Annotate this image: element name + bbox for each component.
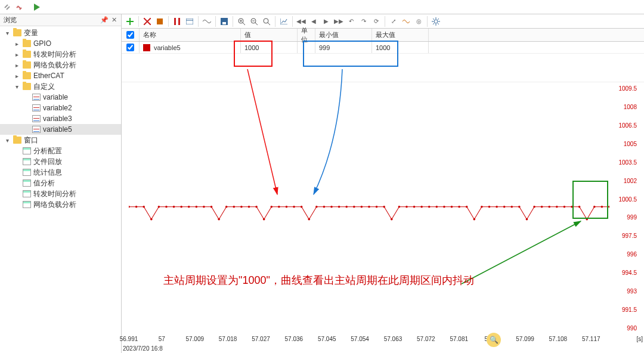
tree-item[interactable]: 网络负载分析 [0, 199, 121, 210]
tree-item[interactable]: ▸EtherCAT [0, 70, 121, 81]
grid-row-check[interactable] [122, 42, 140, 53]
tree-item[interactable]: 转发时间分析 [0, 188, 121, 199]
svg-point-29 [210, 206, 213, 208]
tree-item[interactable]: ▾窗口 [0, 135, 121, 145]
pin-icon[interactable]: 📌 [101, 17, 108, 24]
svg-point-68 [503, 206, 506, 208]
svg-point-64 [473, 218, 476, 221]
expand-toggle[interactable]: ▸ [13, 62, 20, 69]
nav-prev-icon[interactable]: ◀ [308, 16, 320, 27]
tree-item[interactable]: variable [0, 92, 121, 103]
zoom-out-icon[interactable] [248, 16, 260, 27]
svg-point-67 [496, 206, 498, 208]
y-tick: 997.5 [622, 233, 637, 239]
chart-area[interactable]: 1009.510081006.510051003.510021000.59999… [122, 82, 644, 353]
target-icon[interactable]: ◎ [413, 16, 425, 27]
svg-point-71 [526, 218, 528, 221]
expand-toggle[interactable]: ▸ [13, 73, 20, 79]
var-icon [32, 115, 41, 122]
svg-point-75 [556, 206, 558, 208]
link-icon[interactable] [2, 2, 12, 12]
disconnect-icon[interactable] [14, 2, 24, 12]
undo-icon[interactable]: ↶ [345, 16, 357, 27]
tree-item-label: GPIO [33, 39, 51, 48]
tree-item[interactable]: ▸网络负载分析 [0, 60, 121, 70]
redo-icon[interactable]: ↷ [358, 16, 370, 27]
settings-icon[interactable] [430, 16, 442, 27]
save-icon[interactable] [218, 16, 230, 27]
zoom-in-icon[interactable] [236, 16, 247, 27]
nav-tree[interactable]: ▾变量▸GPIO▸转发时间分析▸网络负载分析▸EtherCAT▾自定义varia… [0, 26, 121, 353]
svg-point-78 [578, 206, 581, 208]
y-tick: 1002 [624, 177, 637, 184]
svg-point-48 [353, 206, 355, 208]
zoom-reset-icon[interactable] [261, 16, 273, 27]
svg-point-36 [263, 218, 265, 221]
svg-point-39 [286, 206, 288, 208]
folder-icon [13, 29, 21, 36]
tree-item[interactable]: ▸GPIO [0, 38, 121, 49]
expand-toggle[interactable]: ▾ [13, 83, 20, 90]
tree-item-label: EtherCAT [33, 72, 64, 80]
svg-point-74 [548, 206, 550, 208]
svg-point-61 [451, 206, 453, 208]
grid-header-value[interactable]: 值 [241, 29, 298, 41]
delete-icon[interactable] [141, 16, 153, 27]
expand-toggle[interactable]: ▾ [4, 30, 11, 36]
fit-icon[interactable]: ⤢ [388, 16, 400, 27]
tree-item-label: variable2 [43, 104, 72, 112]
chart-icon[interactable] [278, 16, 290, 27]
window-icon[interactable] [184, 16, 196, 27]
tree-item[interactable]: 统计信息 [0, 167, 121, 178]
pause-icon[interactable] [171, 16, 183, 27]
tree-item[interactable]: 分析配置 [0, 145, 121, 156]
grid-header-max[interactable]: 最大值 [372, 29, 429, 41]
grid-header-name[interactable]: 名称 [140, 29, 241, 41]
tree-item[interactable]: variable5 [0, 124, 121, 135]
var-icon [32, 94, 41, 101]
svg-rect-7 [222, 22, 226, 24]
svg-point-21 [150, 218, 153, 221]
svg-rect-2 [174, 18, 176, 25]
tree-item[interactable]: 值分析 [0, 178, 121, 188]
x-tick: 57.045 [318, 336, 336, 342]
svg-point-59 [436, 206, 438, 208]
x-axis-label: [s] [636, 336, 643, 342]
grid-header-unit[interactable]: 单位 [298, 29, 315, 41]
svg-point-54 [398, 206, 401, 208]
tree-item[interactable]: ▸转发时间分析 [0, 49, 121, 60]
y-tick: 1008 [624, 103, 637, 110]
nav-next-icon[interactable]: ▶ [320, 16, 332, 27]
svg-point-62 [458, 206, 460, 208]
chart2-icon[interactable] [400, 16, 412, 27]
x-tick: 57.009 [185, 336, 204, 342]
svg-point-60 [443, 206, 445, 208]
tree-item[interactable]: ▾自定义 [0, 81, 121, 92]
folder-icon [13, 137, 21, 144]
close-icon[interactable]: ✕ [110, 17, 117, 24]
svg-point-22 [158, 206, 160, 208]
win-icon [23, 169, 31, 176]
tree-item-label: 转发时间分析 [33, 49, 76, 60]
nav-last-icon[interactable]: ▶▶ [333, 16, 345, 27]
grid-header-check[interactable] [122, 29, 140, 41]
expand-toggle[interactable]: ▾ [4, 137, 11, 144]
tree-item[interactable]: ▾变量 [0, 27, 121, 38]
grid-header-min[interactable]: 最小值 [315, 29, 372, 41]
stop-icon[interactable] [154, 16, 166, 27]
svg-point-81 [601, 206, 603, 208]
expand-toggle[interactable]: ▸ [13, 41, 20, 47]
tree-item-label: 自定义 [33, 82, 55, 92]
cursor-marker[interactable]: 🔍 [487, 333, 501, 347]
folder-icon [23, 72, 31, 79]
add-icon[interactable] [124, 16, 136, 27]
tree-item[interactable]: variable3 [0, 113, 121, 124]
refresh-icon[interactable]: ⟳ [370, 16, 382, 27]
grid-row[interactable]: variable5 1000 999 1000 [122, 42, 644, 54]
expand-toggle[interactable]: ▸ [13, 51, 20, 58]
tree-item[interactable]: 文件回放 [0, 156, 121, 167]
play-icon[interactable] [32, 2, 42, 12]
wave-icon[interactable] [201, 16, 213, 27]
nav-first-icon[interactable]: ◀◀ [295, 16, 307, 27]
tree-item[interactable]: variable2 [0, 103, 121, 113]
